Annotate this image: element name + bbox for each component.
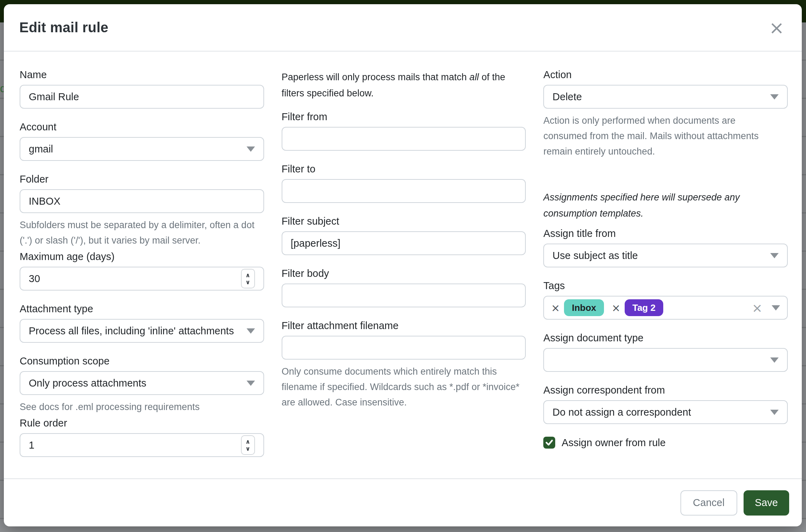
cancel-button[interactable]: Cancel xyxy=(680,490,737,516)
filter-body-input[interactable] xyxy=(282,284,526,307)
chevron-down-icon xyxy=(247,381,255,386)
dialog-title: Edit mail rule xyxy=(19,20,108,35)
dialog-footer: Cancel Save xyxy=(4,478,802,526)
tag-chip: Inbox xyxy=(564,299,604,316)
account-label: Account xyxy=(20,121,264,133)
assign-doctype-label: Assign document type xyxy=(543,332,788,344)
action-value: Delete xyxy=(552,91,582,103)
rule-order-input[interactable]: 1 ∧ ∨ xyxy=(20,433,264,457)
filter-from-label: Filter from xyxy=(282,111,526,123)
column-actions: Action Delete Action is only performed w… xyxy=(543,69,788,478)
name-input[interactable]: Gmail Rule xyxy=(20,85,264,109)
name-label: Name xyxy=(20,69,264,81)
field-filter-filename: Filter attachment filename Only consume … xyxy=(282,320,526,410)
chevron-down-icon[interactable] xyxy=(772,305,780,311)
spin-down-button[interactable]: ∨ xyxy=(246,445,250,452)
consumption-scope-select[interactable]: Only process attachments xyxy=(20,371,264,395)
folder-input[interactable]: INBOX xyxy=(20,189,264,213)
chevron-down-icon xyxy=(770,253,779,258)
field-name: Name Gmail Rule xyxy=(20,69,264,109)
filter-from-input[interactable] xyxy=(282,127,526,151)
tags-label: Tags xyxy=(543,280,788,292)
consumption-scope-label: Consumption scope xyxy=(20,355,264,367)
attachment-type-label: Attachment type xyxy=(20,303,264,315)
dialog-body: Name Gmail Rule Account gmail Folder INB… xyxy=(4,52,802,478)
rule-order-value: 1 xyxy=(29,439,34,451)
number-spinner[interactable]: ∧ ∨ xyxy=(241,435,255,455)
max-age-label: Maximum age (days) xyxy=(20,251,264,262)
max-age-input[interactable]: 30 ∧ ∨ xyxy=(20,267,264,291)
filter-filename-help-text: Only consume documents which entirely ma… xyxy=(282,364,526,410)
action-select[interactable]: Delete xyxy=(543,85,788,109)
field-assign-doctype: Assign document type xyxy=(543,332,788,372)
spin-up-button[interactable]: ∧ xyxy=(246,438,250,445)
filter-subject-value: [paperless] xyxy=(291,238,341,249)
check-icon xyxy=(545,438,554,447)
attachment-type-select[interactable]: Process all files, including 'inline' at… xyxy=(20,319,264,343)
chevron-down-icon xyxy=(247,328,255,334)
field-filter-body: Filter body xyxy=(282,268,526,307)
field-tags: Tags × Inbox × Tag 2 × xyxy=(543,280,788,320)
assign-correspondent-value: Do not assign a correspondent xyxy=(552,407,691,418)
assign-correspondent-select[interactable]: Do not assign a correspondent xyxy=(543,400,788,424)
assign-owner-label: Assign owner from rule xyxy=(562,437,666,449)
column-general: Name Gmail Rule Account gmail Folder INB… xyxy=(20,69,264,478)
assign-title-value: Use subject as title xyxy=(552,250,638,261)
assign-doctype-select[interactable] xyxy=(543,348,788,372)
folder-label: Folder xyxy=(20,173,264,185)
filter-to-label: Filter to xyxy=(282,163,526,175)
clear-tags-icon[interactable]: × xyxy=(752,301,763,315)
filter-subject-input[interactable]: [paperless] xyxy=(282,231,526,255)
dialog-header: Edit mail rule × xyxy=(4,4,802,52)
column-filters: Paperless will only process mails that m… xyxy=(282,69,526,478)
filter-subject-label: Filter subject xyxy=(282,216,526,227)
close-icon[interactable]: × xyxy=(767,19,786,37)
tag-chip: Tag 2 xyxy=(625,299,663,316)
assign-title-label: Assign title from xyxy=(543,228,788,239)
max-age-value: 30 xyxy=(29,273,40,285)
field-attachment-type: Attachment type Process all files, inclu… xyxy=(20,303,264,343)
rule-order-label: Rule order xyxy=(20,417,264,429)
field-max-age: Maximum age (days) 30 ∧ ∨ xyxy=(20,251,264,291)
remove-tag-icon[interactable]: × xyxy=(551,302,560,314)
consumption-scope-value: Only process attachments xyxy=(29,377,146,389)
assignments-note: Assignments specified here will supersed… xyxy=(543,189,788,221)
field-consumption-scope: Consumption scope Only process attachmen… xyxy=(20,355,264,415)
tags-select[interactable]: × Inbox × Tag 2 × xyxy=(543,296,788,320)
filter-filename-label: Filter attachment filename xyxy=(282,320,526,332)
save-button[interactable]: Save xyxy=(744,490,789,516)
account-select[interactable]: gmail xyxy=(20,137,264,161)
spin-up-button[interactable]: ∧ xyxy=(246,272,250,279)
field-account: Account gmail xyxy=(20,121,264,161)
chevron-down-icon xyxy=(247,146,255,152)
filter-to-input[interactable] xyxy=(282,179,526,203)
assign-title-select[interactable]: Use subject as title xyxy=(543,244,788,267)
remove-tag-icon[interactable]: × xyxy=(612,302,620,314)
filter-body-label: Filter body xyxy=(282,268,526,279)
account-value: gmail xyxy=(29,143,53,155)
number-spinner[interactable]: ∧ ∨ xyxy=(241,269,255,288)
filter-filename-input[interactable] xyxy=(282,336,526,360)
field-folder: Folder INBOX Subfolders must be separate… xyxy=(20,173,264,248)
assign-correspondent-label: Assign correspondent from xyxy=(543,384,788,396)
chevron-down-icon xyxy=(770,410,779,415)
attachment-type-value: Process all files, including 'inline' at… xyxy=(29,325,234,337)
field-filter-from: Filter from xyxy=(282,111,526,151)
spin-down-button[interactable]: ∨ xyxy=(246,279,250,286)
action-label: Action xyxy=(543,69,788,81)
chevron-down-icon xyxy=(770,94,779,100)
field-assign-title: Assign title from Use subject as title xyxy=(543,228,788,267)
intro-emphasis: all xyxy=(469,72,479,82)
field-filter-to: Filter to xyxy=(282,163,526,203)
consumption-scope-help-text: See docs for .eml processing requirement… xyxy=(20,399,264,415)
filters-intro-text: Paperless will only process mails that m… xyxy=(282,69,526,101)
assign-owner-checkbox[interactable] xyxy=(543,437,555,449)
chevron-down-icon xyxy=(770,357,779,363)
folder-value: INBOX xyxy=(29,196,60,207)
folder-help-text: Subfolders must be separated by a delimi… xyxy=(20,217,264,248)
field-rule-order: Rule order 1 ∧ ∨ xyxy=(20,417,264,457)
field-assign-owner: Assign owner from rule xyxy=(543,437,788,449)
edit-mail-rule-dialog: Edit mail rule × Name Gmail Rule Account… xyxy=(4,4,802,526)
field-filter-subject: Filter subject [paperless] xyxy=(282,216,526,255)
action-help-text: Action is only performed when documents … xyxy=(543,113,775,159)
